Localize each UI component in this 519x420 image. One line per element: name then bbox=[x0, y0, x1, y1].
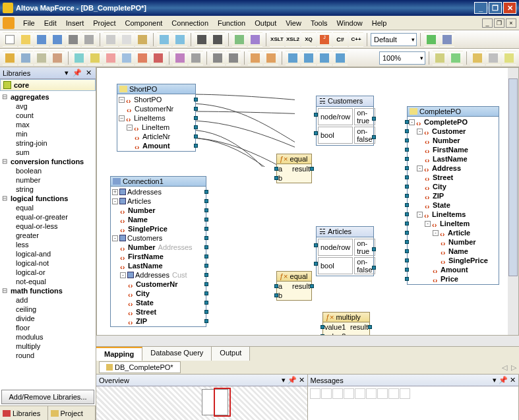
bookmark-next-button[interactable] bbox=[301, 51, 316, 65]
panel-pin-icon[interactable]: 📌 bbox=[288, 376, 297, 384]
msg-btn-8[interactable] bbox=[388, 388, 399, 399]
show-annot-button[interactable] bbox=[433, 51, 447, 65]
lib-item[interactable]: string-join bbox=[1, 138, 94, 148]
insert-cond-button[interactable] bbox=[135, 51, 150, 65]
lib-group[interactable]: math functions bbox=[1, 286, 94, 295]
tree-row[interactable]: CustomerNr bbox=[111, 280, 206, 289]
insert-filter-button[interactable] bbox=[119, 51, 134, 65]
java-button[interactable]: J bbox=[317, 32, 332, 47]
filter-articles[interactable]: ☵Articles node/rowon-true boolon-false bbox=[316, 226, 374, 276]
xq-button[interactable]: XQ bbox=[301, 32, 316, 47]
lib-group[interactable]: aggregates bbox=[1, 92, 94, 102]
panel-close-icon[interactable]: ✕ bbox=[299, 376, 305, 384]
lib-item[interactable]: add bbox=[1, 295, 94, 305]
filter-customers[interactable]: ☵Customers node/rowon-true boolon-false bbox=[316, 96, 374, 146]
doc-nav-next-icon[interactable]: ▷ bbox=[511, 363, 516, 372]
menu-function[interactable]: Function bbox=[213, 18, 250, 28]
function-equal-2[interactable]: ƒ×equal aresult b bbox=[276, 271, 312, 301]
mdi-restore-button[interactable]: ❐ bbox=[494, 18, 504, 28]
xslt-button[interactable]: XSLT bbox=[270, 32, 284, 47]
lib-item[interactable]: logical-and bbox=[1, 249, 94, 258]
lib-group[interactable]: conversion functions bbox=[1, 157, 94, 166]
lib-item[interactable]: greater bbox=[1, 231, 94, 240]
tree-row[interactable]: FirstName bbox=[111, 252, 206, 261]
tree-row[interactable]: Amount bbox=[408, 265, 499, 274]
menu-file[interactable]: File bbox=[18, 18, 40, 28]
tree-row[interactable]: Number bbox=[111, 206, 206, 215]
save-button[interactable] bbox=[34, 32, 49, 47]
menu-component[interactable]: Component bbox=[120, 18, 167, 28]
lib-item[interactable]: floor bbox=[1, 323, 94, 332]
tree-row[interactable]: Street bbox=[408, 173, 499, 182]
lib-item[interactable]: equal-or-less bbox=[1, 222, 94, 231]
close-button[interactable]: ✕ bbox=[503, 2, 516, 14]
mdi-minimize-button[interactable]: _ bbox=[482, 18, 493, 28]
zoom-combo[interactable]: 100% bbox=[379, 51, 425, 65]
library-tree[interactable]: aggregatesavgcountmaxminstring-joinsumco… bbox=[0, 91, 96, 388]
function-equal-1[interactable]: ƒ×equal aresult b bbox=[276, 154, 312, 183]
msg-btn-3[interactable] bbox=[332, 388, 343, 399]
copy-button[interactable] bbox=[119, 32, 134, 47]
bookmark-prev-button[interactable] bbox=[317, 51, 332, 65]
lib-item[interactable]: max bbox=[1, 120, 94, 129]
tab-output[interactable]: Output bbox=[212, 347, 250, 361]
lib-item[interactable]: sum bbox=[1, 148, 94, 157]
insert-edi-button[interactable] bbox=[50, 51, 65, 65]
tree-row[interactable]: NumberAddresses bbox=[111, 243, 206, 252]
tree-row[interactable]: Street bbox=[111, 307, 206, 316]
tree-row[interactable]: -Customers bbox=[111, 233, 206, 243]
align-right-button[interactable] bbox=[226, 51, 241, 65]
findnext-button[interactable] bbox=[210, 32, 225, 47]
add-remove-libraries-button[interactable]: Add/Remove Libraries... bbox=[1, 390, 94, 404]
panel-menu-icon[interactable]: ▾ bbox=[493, 376, 497, 384]
insert-except-button[interactable] bbox=[151, 51, 166, 65]
tree-row[interactable]: ZIP bbox=[111, 316, 206, 326]
redo-button[interactable] bbox=[173, 32, 187, 47]
panel-close-icon[interactable]: ✕ bbox=[510, 376, 516, 384]
undo-button[interactable] bbox=[157, 32, 171, 47]
canvas-scrollbar-v[interactable] bbox=[508, 68, 518, 335]
lib-group[interactable]: logical functions bbox=[1, 194, 94, 203]
overview-viewport-rect[interactable] bbox=[214, 388, 231, 417]
menu-window[interactable]: Window bbox=[332, 18, 367, 28]
align-left-button[interactable] bbox=[210, 51, 225, 65]
tree-row[interactable]: ZIP bbox=[408, 191, 499, 200]
conn-settings-button[interactable] bbox=[189, 51, 203, 65]
show-over-button[interactable] bbox=[486, 51, 501, 65]
run-button[interactable] bbox=[424, 32, 439, 47]
validate-button[interactable] bbox=[232, 32, 247, 47]
panel-menu-icon[interactable]: ▾ bbox=[282, 376, 286, 384]
autoconnect-button[interactable] bbox=[173, 51, 187, 65]
msg-btn-2[interactable] bbox=[321, 388, 332, 399]
print-preview-button[interactable] bbox=[82, 32, 96, 47]
paste-button[interactable] bbox=[135, 32, 150, 47]
tree-row[interactable]: LastName bbox=[408, 154, 499, 164]
lib-item[interactable]: equal-or-greater bbox=[1, 212, 94, 222]
insert-text-button[interactable] bbox=[34, 51, 49, 65]
msg-btn-7[interactable] bbox=[377, 388, 388, 399]
sidebar-menu-icon[interactable]: ▾ bbox=[63, 69, 70, 77]
tree-row[interactable]: +Addresses bbox=[111, 187, 206, 196]
menu-insert[interactable]: Insert bbox=[61, 18, 89, 28]
people-button[interactable] bbox=[264, 51, 278, 65]
lib-item[interactable]: number bbox=[1, 175, 94, 185]
lib-item[interactable]: less bbox=[1, 240, 94, 249]
menu-edit[interactable]: Edit bbox=[40, 18, 61, 28]
tree-row[interactable]: FirstName bbox=[408, 145, 499, 154]
canvas-scrollbar-h[interactable] bbox=[96, 336, 519, 346]
tree-row[interactable]: SinglePrice bbox=[111, 224, 206, 233]
sidebar-pin-icon[interactable]: 📌 bbox=[71, 69, 83, 77]
tree-row[interactable]: City bbox=[408, 182, 499, 191]
minimize-button[interactable]: _ bbox=[474, 2, 487, 14]
function-multiply[interactable]: ƒ×multiply value1result value2 bbox=[322, 312, 370, 336]
sidebar-close-icon[interactable]: ✕ bbox=[84, 69, 93, 77]
component-completepo[interactable]: CompletePO -CompletePO-CustomerNumberFir… bbox=[407, 106, 499, 285]
menu-connection[interactable]: Connection bbox=[167, 18, 213, 28]
tree-row[interactable]: Price bbox=[408, 274, 499, 284]
tree-row[interactable]: -Articles bbox=[111, 196, 206, 206]
bookmark-clear-button[interactable] bbox=[333, 51, 348, 65]
component-connection1[interactable]: Connection1 +Addresses-ArticlesNumberNam… bbox=[110, 176, 206, 327]
tree-row[interactable]: -Article bbox=[408, 228, 499, 237]
tree-row[interactable]: City bbox=[111, 289, 206, 298]
tree-row[interactable]: -LineItem bbox=[408, 219, 499, 228]
